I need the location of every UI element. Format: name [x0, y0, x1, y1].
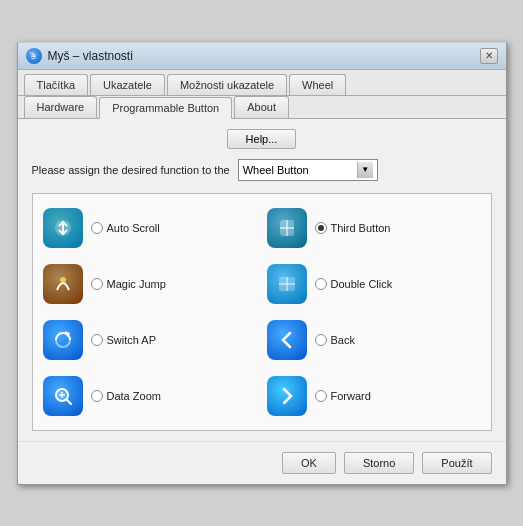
auto-scroll-label-group: Auto Scroll — [91, 222, 160, 234]
dropdown-arrow-icon: ▼ — [357, 162, 373, 178]
magic-jump-radio[interactable] — [91, 278, 103, 290]
magic-jump-icon — [43, 264, 83, 304]
help-button[interactable]: Help... — [227, 129, 297, 149]
forward-icon — [267, 376, 307, 416]
title-bar: 🖱 Myš – vlastnosti ✕ — [18, 43, 506, 70]
switch-ap-label-group: Switch AP — [91, 334, 157, 346]
assign-dropdown[interactable]: Wheel Button ▼ — [238, 159, 378, 181]
option-switch-ap[interactable]: Switch AP — [43, 320, 257, 360]
content-area: Help... Please assign the desired functi… — [18, 119, 506, 441]
data-zoom-label-group: Data Zoom — [91, 390, 161, 402]
tab-programmable[interactable]: Programmable Button — [99, 97, 232, 119]
forward-label-group: Forward — [315, 390, 371, 402]
options-box: Auto Scroll Third Button — [32, 193, 492, 431]
magic-jump-label: Magic Jump — [107, 278, 166, 290]
magic-jump-label-group: Magic Jump — [91, 278, 166, 290]
ok-button[interactable]: OK — [282, 452, 336, 474]
third-button-label-group: Third Button — [315, 222, 391, 234]
svg-point-4 — [60, 277, 66, 283]
data-zoom-icon — [43, 376, 83, 416]
double-click-label-group: Double Click — [315, 278, 393, 290]
assign-row: Please assign the desired function to th… — [32, 159, 492, 181]
tab-moznosti[interactable]: Možnosti ukazatele — [167, 74, 287, 95]
forward-radio[interactable] — [315, 390, 327, 402]
main-window: 🖱 Myš – vlastnosti ✕ Tlačítka Ukazatele … — [17, 42, 507, 485]
bottom-tab-bar: Hardware Programmable Button About — [18, 96, 506, 119]
svg-line-10 — [66, 399, 71, 404]
tab-tlacitka[interactable]: Tlačítka — [24, 74, 89, 95]
data-zoom-radio[interactable] — [91, 390, 103, 402]
switch-ap-radio[interactable] — [91, 334, 103, 346]
third-button-label: Third Button — [331, 222, 391, 234]
title-bar-left: 🖱 Myš – vlastnosti — [26, 48, 133, 64]
close-button[interactable]: ✕ — [480, 48, 498, 64]
data-zoom-label: Data Zoom — [107, 390, 161, 402]
auto-scroll-label: Auto Scroll — [107, 222, 160, 234]
auto-scroll-icon — [43, 208, 83, 248]
double-click-label: Double Click — [331, 278, 393, 290]
tab-ukazatele[interactable]: Ukazatele — [90, 74, 165, 95]
auto-scroll-radio[interactable] — [91, 222, 103, 234]
third-button-icon — [267, 208, 307, 248]
forward-label: Forward — [331, 390, 371, 402]
back-icon — [267, 320, 307, 360]
switch-ap-icon — [43, 320, 83, 360]
pouzit-button[interactable]: Použít — [422, 452, 491, 474]
option-third-button[interactable]: Third Button — [267, 208, 481, 248]
third-button-radio[interactable] — [315, 222, 327, 234]
back-label-group: Back — [315, 334, 355, 346]
top-tab-bar: Tlačítka Ukazatele Možnosti ukazatele Wh… — [18, 70, 506, 96]
app-icon: 🖱 — [26, 48, 42, 64]
tab-hardware[interactable]: Hardware — [24, 96, 98, 118]
help-row: Help... — [32, 129, 492, 149]
option-magic-jump[interactable]: Magic Jump — [43, 264, 257, 304]
storno-button[interactable]: Storno — [344, 452, 414, 474]
option-auto-scroll[interactable]: Auto Scroll — [43, 208, 257, 248]
option-forward[interactable]: Forward — [267, 376, 481, 416]
option-double-click[interactable]: Double Click — [267, 264, 481, 304]
bottom-bar: OK Storno Použít — [18, 441, 506, 484]
double-click-icon — [267, 264, 307, 304]
assign-label: Please assign the desired function to th… — [32, 164, 230, 176]
option-back[interactable]: Back — [267, 320, 481, 360]
tab-about[interactable]: About — [234, 96, 289, 118]
tab-wheel[interactable]: Wheel — [289, 74, 346, 95]
back-radio[interactable] — [315, 334, 327, 346]
option-data-zoom[interactable]: Data Zoom — [43, 376, 257, 416]
double-click-radio[interactable] — [315, 278, 327, 290]
switch-ap-label: Switch AP — [107, 334, 157, 346]
back-label: Back — [331, 334, 355, 346]
window-title: Myš – vlastnosti — [48, 49, 133, 63]
dropdown-value: Wheel Button — [243, 164, 353, 176]
